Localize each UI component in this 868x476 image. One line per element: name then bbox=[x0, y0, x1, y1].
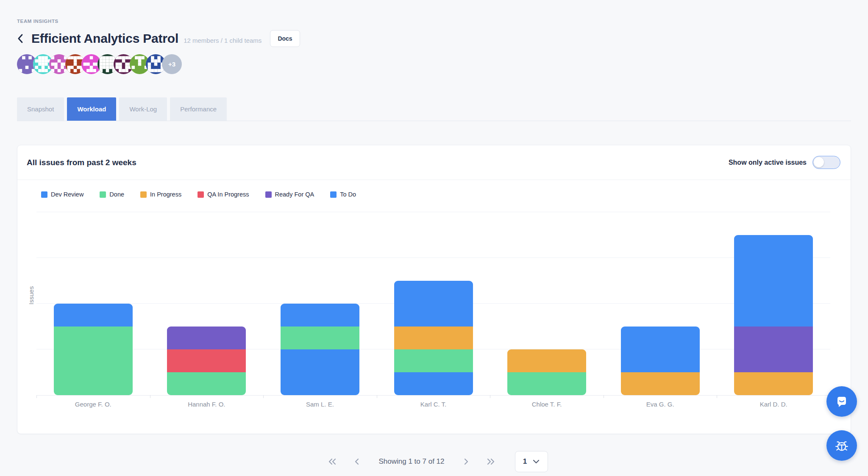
stacked-bar[interactable] bbox=[281, 304, 359, 395]
chevron-left-icon bbox=[354, 457, 360, 466]
tab-workload[interactable]: Workload bbox=[67, 97, 116, 121]
issues-card: All issues from past 2 weeks Show only a… bbox=[17, 145, 851, 434]
toggle-knob bbox=[814, 157, 824, 167]
axis-tick bbox=[717, 395, 717, 398]
gridline bbox=[36, 257, 830, 258]
active-issues-toggle-group: Show only active issues bbox=[729, 156, 840, 169]
legend-item-done[interactable]: Done bbox=[100, 191, 124, 198]
plot-area bbox=[36, 199, 830, 396]
bar-segment-to-do bbox=[54, 304, 133, 327]
bar-segment-qa-in-progress bbox=[167, 349, 246, 372]
bar-segment-in-progress bbox=[394, 327, 473, 349]
prev-page-button[interactable] bbox=[350, 454, 364, 469]
legend-swatch-icon bbox=[41, 191, 47, 198]
legend-item-qa-in-progress[interactable]: QA In Progress bbox=[198, 191, 249, 198]
stacked-bar[interactable] bbox=[394, 281, 473, 395]
bar-segment-in-progress bbox=[734, 372, 813, 395]
bar-segment-in-progress bbox=[507, 349, 586, 372]
legend-item-to-do[interactable]: To Do bbox=[330, 191, 356, 198]
team-meta: 12 members / 1 child teams bbox=[184, 37, 262, 44]
legend-label: Dev Review bbox=[51, 191, 83, 198]
breadcrumb-eyebrow: TEAM INSIGHTS bbox=[17, 0, 851, 24]
bug-icon bbox=[833, 437, 850, 454]
tab-performance[interactable]: Performance bbox=[170, 97, 227, 121]
axis-tick bbox=[263, 395, 264, 398]
chevron-right-icon bbox=[463, 457, 469, 466]
axis-tick bbox=[377, 395, 377, 398]
legend-item-in-progress[interactable]: In Progress bbox=[140, 191, 181, 198]
pagination-status: Showing 1 to 7 of 12 bbox=[378, 457, 444, 466]
bug-report-button[interactable] bbox=[826, 430, 857, 461]
axis-tick bbox=[490, 395, 490, 398]
legend-swatch-icon bbox=[100, 191, 106, 198]
chat-launcher-button[interactable] bbox=[826, 386, 857, 417]
tab-work-log[interactable]: Work-Log bbox=[119, 97, 167, 121]
x-axis-label: Karl C. T. bbox=[420, 401, 446, 408]
bar-segment-ready-for-qa bbox=[734, 327, 813, 372]
bar-segment-to-do bbox=[281, 304, 359, 327]
card-header: All issues from past 2 weeks Show only a… bbox=[17, 145, 851, 180]
x-axis-label: George F. O. bbox=[75, 401, 111, 408]
legend-label: In Progress bbox=[150, 191, 181, 198]
double-chevron-left-icon bbox=[328, 457, 337, 466]
x-axis-label: Karl D. D. bbox=[760, 401, 787, 408]
legend-label: Done bbox=[109, 191, 124, 198]
legend-swatch-icon bbox=[140, 191, 147, 198]
axis-tick bbox=[36, 395, 37, 398]
first-page-button[interactable] bbox=[325, 454, 339, 469]
bar-segment-done bbox=[507, 372, 586, 395]
bar-segment-done bbox=[281, 327, 359, 349]
legend-item-dev-review[interactable]: Dev Review bbox=[41, 191, 83, 198]
stacked-bar[interactable] bbox=[167, 327, 246, 395]
stacked-bar[interactable] bbox=[54, 304, 133, 395]
bar-segment-ready-for-qa bbox=[167, 327, 246, 349]
stacked-bar[interactable] bbox=[507, 349, 586, 395]
double-chevron-right-icon bbox=[486, 457, 495, 466]
x-axis-label: Eva G. G. bbox=[646, 401, 674, 408]
x-axis-labels: George F. O.Hannah F. O.Sam L. E.Karl C.… bbox=[36, 401, 830, 415]
chart-area: Issues George F. O.Hannah F. O.Sam L. E.… bbox=[36, 199, 830, 415]
card-title: All issues from past 2 weeks bbox=[27, 158, 136, 167]
avatar-row: +3 bbox=[17, 54, 851, 75]
back-button[interactable] bbox=[17, 32, 28, 45]
pagination: Showing 1 to 7 of 12 1 bbox=[17, 451, 851, 472]
legend-label: To Do bbox=[340, 191, 356, 198]
bar-segment-done bbox=[54, 327, 133, 395]
legend-label: QA In Progress bbox=[207, 191, 249, 198]
bar-segment-to-do bbox=[734, 235, 813, 327]
gridline bbox=[36, 212, 830, 212]
tab-snapshot[interactable]: Snapshot bbox=[17, 97, 64, 121]
axis-tick bbox=[604, 395, 604, 398]
bar-segment-to-do bbox=[621, 327, 700, 372]
bar-segment-in-progress bbox=[621, 372, 700, 395]
legend-swatch-icon bbox=[330, 191, 337, 198]
toggle-label: Show only active issues bbox=[729, 159, 807, 166]
bar-segment-done bbox=[167, 372, 246, 395]
last-page-button[interactable] bbox=[484, 454, 498, 469]
tab-bar: SnapshotWorkloadWork-LogPerformance bbox=[17, 97, 851, 121]
y-axis-label: Issues bbox=[28, 286, 35, 304]
next-page-button[interactable] bbox=[459, 454, 473, 469]
legend-label: Ready For QA bbox=[275, 191, 314, 198]
x-axis-label: Chloe T. F. bbox=[532, 401, 562, 408]
legend-item-ready-for-qa[interactable]: Ready For QA bbox=[265, 191, 314, 198]
page-number-select[interactable]: 1 bbox=[515, 451, 548, 472]
active-issues-toggle[interactable] bbox=[812, 156, 840, 169]
bar-segment-done bbox=[394, 349, 473, 372]
bar-segment-to-do bbox=[394, 281, 473, 327]
chart-legend: Dev ReviewDoneIn ProgressQA In ProgressR… bbox=[41, 191, 851, 198]
legend-swatch-icon bbox=[198, 191, 204, 198]
chat-icon bbox=[834, 394, 849, 409]
avatar-overflow-badge[interactable]: +3 bbox=[162, 54, 182, 74]
chevron-down-icon bbox=[533, 459, 540, 464]
docs-button[interactable]: Docs bbox=[270, 30, 300, 47]
axis-tick bbox=[150, 395, 150, 398]
stacked-bar[interactable] bbox=[734, 235, 813, 395]
x-axis-label: Hannah F. O. bbox=[188, 401, 225, 408]
bar-segment-dev-review bbox=[281, 349, 359, 395]
legend-swatch-icon bbox=[265, 191, 272, 198]
back-chevron-icon bbox=[17, 33, 23, 44]
stacked-bar[interactable] bbox=[621, 327, 700, 395]
page-header: Efficient Analytics Patrol 12 members / … bbox=[17, 29, 851, 48]
x-axis-label: Sam L. E. bbox=[306, 401, 334, 408]
